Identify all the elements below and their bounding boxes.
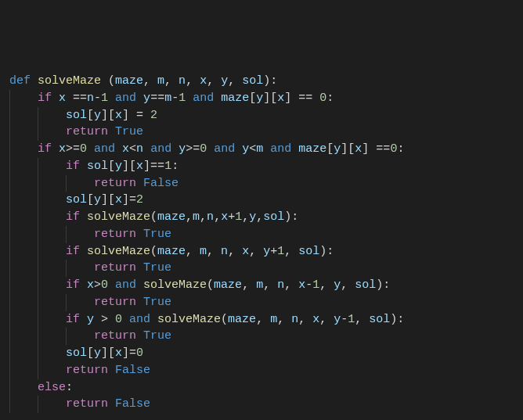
- code-token: return: [94, 261, 143, 275]
- code-token: True: [143, 329, 171, 343]
- code-token: [: [87, 109, 94, 122]
- code-token: if: [66, 210, 87, 224]
- code-token: solveMaze: [87, 245, 150, 258]
- code-line: return True: [8, 328, 515, 345]
- code-token: >: [101, 313, 115, 326]
- code-token: [: [87, 193, 94, 206]
- code-token: and: [108, 278, 143, 292]
- code-token: 0: [115, 313, 122, 326]
- code-token: (: [207, 278, 214, 292]
- code-token: ,: [200, 210, 207, 224]
- code-token: ,: [214, 210, 221, 224]
- code-token: return: [94, 228, 143, 241]
- code-token: n: [291, 313, 298, 326]
- code-token: 0: [80, 142, 87, 156]
- code-token: if: [38, 142, 59, 156]
- code-token: -: [305, 278, 312, 292]
- code-line: if solveMaze(maze, m, n, x, y+1, sol):: [8, 243, 515, 260]
- code-token: m: [200, 245, 207, 258]
- code-token: x: [221, 210, 228, 224]
- code-token: ]: [362, 142, 376, 156]
- code-token: maze: [157, 210, 186, 224]
- code-token: else: [38, 381, 66, 394]
- code-token: ):: [263, 74, 277, 88]
- code-token: -: [341, 313, 348, 326]
- code-token: y: [256, 92, 263, 105]
- code-token: False: [115, 397, 150, 411]
- code-token: x: [115, 109, 122, 122]
- code-token: ,: [284, 278, 298, 292]
- code-token: n: [87, 92, 94, 105]
- code-line: return True: [8, 260, 515, 277]
- code-token: n: [207, 210, 214, 224]
- code-token: ,: [249, 245, 263, 258]
- code-token: m: [193, 210, 200, 224]
- code-token: -: [171, 92, 179, 105]
- code-token: y: [94, 193, 101, 206]
- code-line: else:: [8, 379, 515, 397]
- code-token: y: [94, 109, 101, 122]
- code-token: 1: [179, 92, 186, 105]
- code-token: and: [207, 142, 242, 156]
- code-token: [: [108, 160, 115, 173]
- code-token: ,: [277, 313, 291, 326]
- code-line: if sol[y][x]==1:: [8, 158, 515, 175]
- code-token: ==: [73, 92, 87, 105]
- code-token: ][: [341, 142, 355, 156]
- code-token: True: [143, 261, 171, 275]
- code-line: return False: [8, 396, 515, 413]
- code-token: ,: [143, 74, 157, 88]
- code-token: >=: [66, 142, 80, 156]
- code-token: (: [150, 245, 157, 258]
- code-token: y: [143, 92, 150, 105]
- code-token: (: [108, 74, 115, 88]
- code-token: ]: [143, 160, 150, 173]
- code-token: sol: [369, 313, 390, 326]
- code-token: True: [143, 296, 171, 309]
- code-token: :: [171, 160, 179, 173]
- code-token: solveMaze: [157, 313, 221, 326]
- code-token: [: [326, 142, 334, 156]
- code-line: sol[y][x]=0: [8, 345, 515, 362]
- code-token: ]: [284, 92, 298, 105]
- code-token: m: [270, 313, 277, 326]
- code-token: solveMaze: [87, 210, 150, 224]
- code-token: m: [256, 278, 263, 292]
- code-line: def solveMaze (maze, m, n, x, y, sol):: [8, 73, 515, 90]
- code-token: ,: [228, 74, 242, 88]
- code-token: ,: [186, 245, 200, 258]
- code-token: x: [59, 142, 66, 156]
- code-block: def solveMaze (maze, m, n, x, y, sol):if…: [8, 73, 515, 413]
- code-token: x: [115, 193, 122, 206]
- code-token: sol: [298, 245, 319, 258]
- code-token: ==: [150, 160, 164, 173]
- code-token: ,: [242, 278, 256, 292]
- code-token: return: [94, 177, 143, 190]
- code-line: sol[y][x] = 2: [8, 107, 515, 124]
- code-token: ,: [256, 210, 263, 224]
- code-token: :: [326, 92, 334, 105]
- code-token: ,: [319, 313, 334, 326]
- code-token: solveMaze: [38, 74, 108, 88]
- code-token: ,: [186, 74, 200, 88]
- code-token: ,: [228, 245, 242, 258]
- code-token: return: [66, 364, 115, 377]
- code-token: y: [242, 142, 249, 156]
- code-token: ]: [122, 109, 136, 122]
- code-token: return: [66, 125, 115, 138]
- code-token: x: [277, 92, 284, 105]
- code-token: if: [66, 160, 87, 173]
- code-token: ,: [207, 74, 221, 88]
- code-token: 0: [200, 142, 207, 156]
- code-token: =: [136, 109, 150, 122]
- code-token: ,: [319, 278, 334, 292]
- code-token: and: [186, 92, 221, 105]
- code-line: if x>0 and solveMaze(maze, m, n, x-1, y,…: [8, 277, 515, 294]
- code-token: x: [200, 74, 207, 88]
- code-token: ):: [319, 245, 334, 258]
- code-token: (: [221, 313, 228, 326]
- code-token: sol: [355, 278, 376, 292]
- code-token: ,: [186, 210, 193, 224]
- code-line: if y > 0 and solveMaze(maze, m, n, x, y-…: [8, 311, 515, 328]
- code-token: ][: [101, 193, 115, 206]
